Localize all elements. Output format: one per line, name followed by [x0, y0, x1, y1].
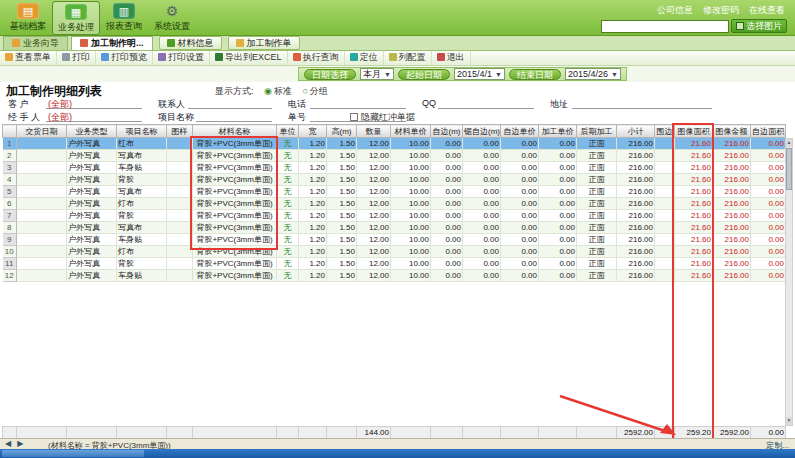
column-header-num[interactable]	[3, 125, 17, 138]
contact-field[interactable]	[188, 98, 272, 109]
column-header-type[interactable]: 业务类型	[67, 125, 117, 138]
phone-field[interactable]	[310, 98, 406, 109]
toolbar-button-打印预览[interactable]: 打印预览	[96, 51, 153, 65]
toolbar-button-打印设置[interactable]: 打印设置	[153, 51, 210, 65]
nav-item-业务处理[interactable]: ▦业务处理	[52, 1, 100, 35]
start-date-select[interactable]: 2015/4/1▼	[454, 68, 505, 80]
cell-date	[17, 234, 67, 246]
radio-group[interactable]: ○	[302, 86, 307, 96]
column-header-wrap[interactable]: 围边	[655, 125, 675, 138]
top-link[interactable]: 在线查看	[749, 5, 785, 15]
address-field[interactable]	[572, 98, 712, 109]
column-header-subtotal[interactable]: 小计	[617, 125, 655, 138]
qq-field[interactable]	[438, 98, 534, 109]
cell-qty: 12.00	[357, 270, 391, 282]
table-row[interactable]: 9户外写真车身贴背胶+PVC(3mm单面)无1.201.5012.0010.00…	[3, 234, 786, 246]
column-header-pic[interactable]: 图样	[167, 125, 193, 138]
cell-saw_edge: 0.00	[463, 174, 501, 186]
column-header-date[interactable]: 交货日期	[17, 125, 67, 138]
column-header-project[interactable]: 项目名称	[117, 125, 167, 138]
start-date-pill[interactable]: 起始日期	[398, 69, 450, 80]
cell-mat_price: 10.00	[391, 198, 431, 210]
customer-field[interactable]: (全部)	[46, 98, 142, 109]
table-row[interactable]: 11户外写真背胶背胶+PVC(3mm单面)无1.201.5012.0010.00…	[3, 258, 786, 270]
toolbar-button-打印[interactable]: 打印	[57, 51, 96, 65]
table-row[interactable]: 7户外写真背胶背胶+PVC(3mm单面)无1.201.5012.0010.000…	[3, 210, 786, 222]
radio-group-label[interactable]: 分组	[310, 86, 328, 96]
cell-edge_price: 0.00	[501, 150, 539, 162]
column-header-height[interactable]: 高(m)	[327, 125, 357, 138]
toolbar-button-执行查询[interactable]: 执行查询	[288, 51, 345, 65]
cell-proc_price: 0.00	[539, 270, 577, 282]
processing-order-button[interactable]: 加工制作单	[228, 36, 300, 50]
scroll-up-icon[interactable]: ▲	[786, 139, 792, 147]
column-header-post_proc[interactable]: 后期加工	[577, 125, 617, 138]
tab-label: 加工制作明...	[91, 38, 144, 48]
cell-num: 9	[3, 234, 17, 246]
toolbar-button-退出[interactable]: 退出	[432, 51, 471, 65]
column-header-proc_price[interactable]: 加工单价	[539, 125, 577, 138]
column-header-unit[interactable]: 单位	[277, 125, 299, 138]
date-mode-pill[interactable]: 日期选择	[304, 69, 356, 80]
radio-standard-label[interactable]: 标准	[274, 86, 292, 96]
toolbar-button-定位[interactable]: 定位	[345, 51, 384, 65]
cell-num: 6	[3, 198, 17, 210]
column-header-saw_edge[interactable]: 锯自边(m)	[463, 125, 501, 138]
table-row[interactable]: 6户外写真灯布背胶+PVC(3mm单面)无1.201.5012.0010.000…	[3, 198, 786, 210]
vertical-scrollbar[interactable]: ▲ ▼	[785, 138, 793, 426]
cell-img_area: 21.60	[675, 246, 713, 258]
column-header-edge_price[interactable]: 自边单价	[501, 125, 539, 138]
title-row: 加工制作明细列表 显示方式: ◉标准 ○分组	[0, 82, 795, 98]
nav-item-系统设置[interactable]: ⚙系统设置	[148, 1, 196, 35]
end-date-select[interactable]: 2015/4/26▼	[565, 68, 621, 80]
cell-unit: 无	[277, 270, 299, 282]
cell-post_proc: 正面	[577, 222, 617, 234]
choose-image-button[interactable]: 选择图片	[731, 19, 787, 33]
nav-item-label: 业务处理	[53, 21, 99, 34]
table-row[interactable]: 4户外写真背胶背胶+PVC(3mm单面)无1.201.5012.0010.000…	[3, 174, 786, 186]
radio-standard[interactable]: ◉	[264, 86, 272, 96]
column-header-qty[interactable]: 数量	[357, 125, 391, 138]
tab-processing-detail[interactable]: 加工制作明...	[71, 36, 153, 50]
header-row: 交货日期业务类型项目名称图样材料名称单位宽高(m)数量材料单价自边(m)锯自边(…	[3, 125, 786, 138]
column-header-img_amount[interactable]: 图像金额	[713, 125, 751, 138]
column-header-img_area[interactable]: 图像面积	[675, 125, 713, 138]
total-qty: 144.00	[357, 427, 391, 439]
column-header-material[interactable]: 材料名称	[193, 125, 277, 138]
table-row[interactable]: 2户外写真写真布背胶+PVC(3mm单面)无1.201.5012.0010.00…	[3, 150, 786, 162]
nav-item-报表查询[interactable]: ▥报表查询	[100, 1, 148, 35]
table-row[interactable]: 10户外写真灯布背胶+PVC(3mm单面)无1.201.5012.0010.00…	[3, 246, 786, 258]
column-header-width[interactable]: 宽	[299, 125, 327, 138]
toolbar-button-导出到EXCEL[interactable]: 导出到EXCEL	[210, 51, 288, 65]
record-next-button[interactable]: ▶	[15, 439, 25, 448]
record-prev-button[interactable]: ◀	[3, 439, 13, 448]
cell-img_amount: 216.00	[713, 150, 751, 162]
column-header-edge[interactable]: 自边(m)	[431, 125, 463, 138]
image-search-input[interactable]	[601, 20, 729, 33]
table-row[interactable]: 1户外写真红布背胶+PVC(3mm单面)无1.201.5012.0010.000…	[3, 138, 786, 150]
toolbar-button-查看票单[interactable]: 查看票单	[0, 51, 57, 65]
end-date-pill[interactable]: 结束日期	[509, 69, 561, 80]
table-row[interactable]: 12户外写真车身贴背胶+PVC(3mm单面)无1.201.5012.0010.0…	[3, 270, 786, 282]
tab-business-wizard[interactable]: 业务向导	[3, 36, 68, 50]
column-header-edge_area[interactable]: 自边面积	[751, 125, 786, 138]
cell-mat_price: 10.00	[391, 174, 431, 186]
table-row[interactable]: 8户外写真写真布背胶+PVC(3mm单面)无1.201.5012.0010.00…	[3, 222, 786, 234]
nav-item-基础档案[interactable]: ▤基础档案	[4, 1, 52, 35]
column-header-mat_price[interactable]: 材料单价	[391, 125, 431, 138]
toolbar-button-列配置[interactable]: 列配置	[384, 51, 432, 65]
date-range-select[interactable]: 本月▼	[360, 68, 394, 80]
cell-mat_price: 10.00	[391, 234, 431, 246]
top-link[interactable]: 修改密码	[703, 5, 739, 15]
material-info-button[interactable]: 材料信息	[159, 36, 222, 50]
table-row[interactable]: 5户外写真写真布背胶+PVC(3mm单面)无1.201.5012.0010.00…	[3, 186, 786, 198]
hide-red-checkbox[interactable]: 隐藏红冲单据	[350, 111, 415, 124]
project-field[interactable]	[196, 111, 272, 122]
table-row[interactable]: 3户外写真车身贴背胶+PVC(3mm单面)无1.201.5012.0010.00…	[3, 162, 786, 174]
cell-saw_edge: 0.00	[463, 210, 501, 222]
cell-height: 1.50	[327, 222, 357, 234]
scroll-down-icon[interactable]: ▼	[786, 417, 792, 425]
scrollbar-thumb[interactable]	[786, 148, 792, 190]
handler-field[interactable]: (全部)	[46, 111, 142, 122]
top-link[interactable]: 公司信息	[657, 5, 693, 15]
